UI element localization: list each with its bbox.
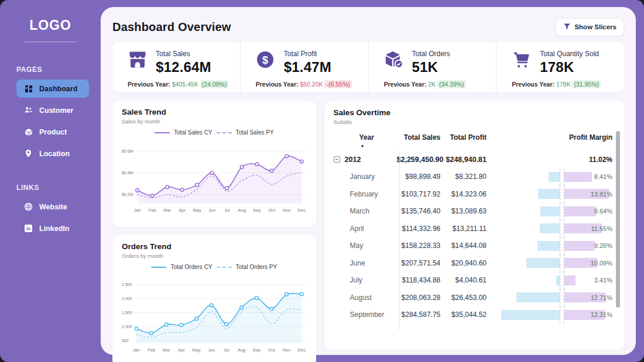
kpi-label: Total Profit <box>284 50 331 58</box>
svg-text:Mar: Mar <box>163 208 171 213</box>
month-total-profit: $13,211.11 <box>443 225 489 233</box>
month-profit-margin: 9.26% <box>594 242 612 249</box>
orders-trend-card: Orders Trend Orders by month Total Order… <box>112 235 316 362</box>
table-row-june[interactable]: June$207,571.54$20,940.6010.09% <box>334 254 615 272</box>
sales-trend-title: Sales Trend <box>122 108 307 116</box>
month-total-profit: $14,644.08 <box>443 242 489 250</box>
pages-nav: DashboardCustomerProductLocation <box>0 80 101 163</box>
month-total-sales: $158,228.33 <box>397 242 443 250</box>
month-total-sales: $103,717.92 <box>397 190 443 198</box>
sales-trend-chart[interactable]: $0.2M$0.4M$0.6MJanFebMarAprMayJunJulAugS… <box>122 137 307 222</box>
profit-margin-cell: 12.71% <box>489 289 615 306</box>
kpi-card-total-quantity-sold: Total Quantity Sold178KPrevious Year: 17… <box>496 42 624 92</box>
svg-text:Apr: Apr <box>178 347 185 353</box>
table-row-september[interactable]: September$284,587.75$35,044.5212.31% <box>334 306 615 324</box>
svg-text:Nov: Nov <box>283 208 291 213</box>
sidebar-item-location[interactable]: Location <box>16 144 89 163</box>
dashed-column-divider <box>560 203 564 220</box>
table-row-may[interactable]: May$158,228.33$14,644.089.26% <box>334 237 615 255</box>
kpi-strip: Total Sales$12.64MPrevious Year: $405.45… <box>112 42 624 92</box>
profit-margin-cell: 12.31% <box>489 306 615 324</box>
kpi-label: Total Quantity Sold <box>540 50 599 58</box>
year-total-sales: $2,259,450.90 <box>397 156 446 164</box>
sidebar-item-customer[interactable]: Customer <box>16 101 89 119</box>
svg-text:Apr: Apr <box>179 208 186 213</box>
column-header-year[interactable]: Year ▲ <box>334 133 397 147</box>
table-row-april[interactable]: April$114,332.96$13,211.1111.55% <box>334 220 615 237</box>
kpi-change-badge: (31.95%) <box>572 80 601 88</box>
margin-data-bar <box>564 206 596 216</box>
svg-text:in: in <box>26 226 31 232</box>
location-icon <box>24 149 33 158</box>
svg-text:$0.4M: $0.4M <box>122 171 133 175</box>
sales-overtime-subtitle: Subtitle <box>334 119 615 125</box>
table-scrollbar[interactable] <box>616 131 620 308</box>
collapse-icon[interactable]: − <box>334 156 340 163</box>
month-label: January <box>334 173 397 181</box>
kpi-previous-year: Previous Year: $50.20K -(6.55%) <box>256 81 364 88</box>
logo-underline <box>25 42 76 42</box>
sort-ascending-icon[interactable]: ▲ <box>361 143 397 147</box>
column-header-total-profit[interactable]: Total Profit <box>443 133 489 147</box>
kpi-change-badge: (34.39%) <box>437 80 466 88</box>
show-slicers-label: Show Slicers <box>574 23 616 30</box>
svg-text:Oct: Oct <box>268 208 276 213</box>
month-profit-margin: 10.09% <box>591 260 612 267</box>
svg-text:1,000: 1,000 <box>122 325 132 329</box>
month-profit-margin: 9.64% <box>594 208 612 215</box>
table-row-january[interactable]: January$98,898.49$8,321.808.41% <box>334 168 615 186</box>
month-total-sales: $284,587.75 <box>397 311 443 319</box>
orders-trend-legend: Total Orders CY Total Orders PY <box>122 264 307 270</box>
svg-text:Jan: Jan <box>133 347 140 353</box>
svg-text:Mar: Mar <box>163 347 170 353</box>
links-heading: LINKS <box>16 184 101 192</box>
table-row-july[interactable]: July$118,434.88$4,040.613.41% <box>334 272 615 289</box>
svg-text:Jun: Jun <box>208 208 215 213</box>
profit-data-bar <box>516 292 560 302</box>
svg-text:$0.6M: $0.6M <box>122 149 133 153</box>
column-header-profit-margin[interactable]: Profit Margin <box>489 133 615 147</box>
sales-trend-card: Sales Trend Sales by month Total Sales C… <box>112 101 316 227</box>
table-row-august[interactable]: August$208,063.28$26,453.0012.71% <box>334 289 615 306</box>
month-total-sales: $98,898.49 <box>397 173 443 181</box>
kpi-previous-year: Previous Year: 178K (31.95%) <box>512 81 619 88</box>
dashboard-app: LOGO PAGES DashboardCustomerProductLocat… <box>0 0 644 362</box>
table-row-february[interactable]: February$103,717.92$14,323.0613.81% <box>334 185 615 203</box>
month-total-sales: $207,571.54 <box>397 259 443 267</box>
svg-text:Jan: Jan <box>134 208 141 213</box>
app-logo: LOGO <box>0 18 101 33</box>
kpi-card-total-sales: Total Sales$12.64MPrevious Year: $405.45… <box>112 42 240 92</box>
dashed-column-divider <box>560 168 564 186</box>
dashed-column-divider <box>560 306 564 324</box>
table-row-march[interactable]: March$135,746.40$13,089.639.64% <box>334 203 615 220</box>
orders-trend-chart[interactable]: 5001,0001,5002,0002,500JanFebMarAprMayJu… <box>122 271 307 362</box>
profit-margin-cell: 9.64% <box>489 203 615 220</box>
table-body: −2012$2,259,450.90$248,940.8111.02%Janua… <box>334 151 615 323</box>
month-profit-margin: 12.71% <box>591 294 612 301</box>
cart-icon <box>512 50 533 70</box>
month-label: February <box>334 190 397 198</box>
links-nav: WebsiteinLinkedIn <box>0 198 101 237</box>
sidebar-item-dashboard[interactable]: Dashboard <box>16 80 89 98</box>
kpi-change-badge: (24.09%) <box>200 80 229 88</box>
month-total-sales: $114,332.96 <box>397 225 443 233</box>
month-label: July <box>334 276 397 284</box>
sidebar-link-linkedin[interactable]: inLinkedIn <box>16 219 89 237</box>
table-row-year[interactable]: −2012$2,259,450.90$248,940.8111.02% <box>334 151 615 168</box>
svg-text:$: $ <box>262 54 268 66</box>
column-header-total-sales[interactable]: Total Sales <box>397 133 443 147</box>
month-total-profit: $4,040.61 <box>443 276 489 284</box>
svg-text:Aug: Aug <box>238 208 246 213</box>
dashed-column-divider <box>560 220 564 237</box>
column-separator <box>399 151 400 330</box>
kpi-top: Total Sales$12.64M <box>128 49 235 75</box>
svg-text:Sep: Sep <box>253 208 261 213</box>
show-slicers-button[interactable]: Show Slicers <box>556 18 624 36</box>
nav-item-label: Dashboard <box>39 85 77 93</box>
sidebar-item-product[interactable]: Product <box>16 123 89 141</box>
year-total-profit: $248,940.81 <box>446 156 489 164</box>
svg-text:Feb: Feb <box>148 347 155 353</box>
month-label: March <box>334 207 397 215</box>
sidebar-link-website[interactable]: Website <box>16 198 89 216</box>
pages-heading: PAGES <box>16 65 101 74</box>
